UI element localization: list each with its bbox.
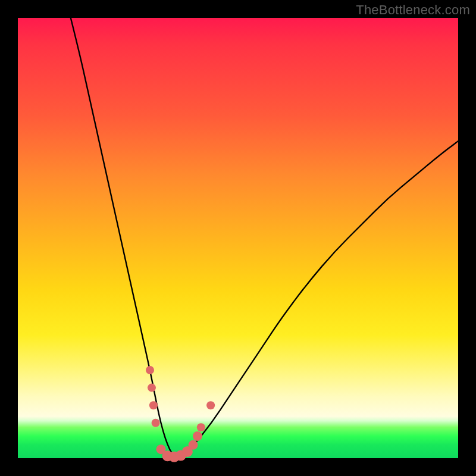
curve-markers — [146, 366, 215, 462]
curve-layer — [71, 18, 458, 457]
curve-marker — [149, 401, 158, 409]
curve-marker — [146, 366, 154, 374]
curve-marker — [148, 384, 156, 392]
curve-marker — [206, 401, 215, 409]
chart-svg — [18, 18, 458, 458]
curve-marker — [193, 431, 202, 441]
curve-marker — [197, 423, 205, 431]
bottleneck-curve-path — [71, 18, 458, 457]
curve-marker — [152, 419, 160, 427]
attribution-label: TheBottleneck.com — [356, 2, 470, 18]
chart-frame: TheBottleneck.com — [0, 0, 476, 476]
curve-marker — [189, 440, 198, 450]
